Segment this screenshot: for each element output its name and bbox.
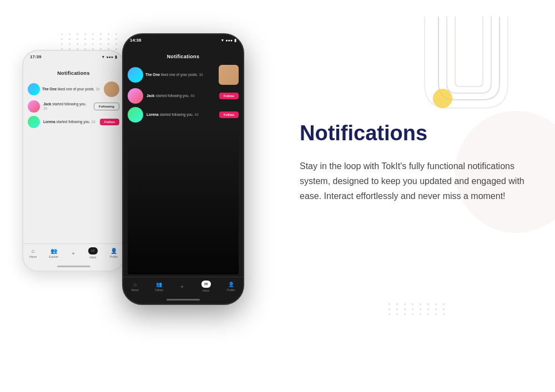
phone-header-fg: Notifications: [123, 53, 243, 63]
profile-icon-fg: 👤: [228, 282, 234, 287]
nav-home-label-bg: Home: [29, 255, 37, 258]
nav-profile-label-bg: Profile: [110, 255, 118, 258]
nav-follow-fg[interactable]: 👥 Follow: [155, 282, 163, 292]
notif-text-2-bg: Jack started following you. 2h: [43, 102, 90, 111]
profile-icon-bg: 👤: [110, 248, 117, 254]
signal-icon-bg: ●●●: [106, 55, 113, 59]
page-container: 17:39 ▾ ●●● ▮ Notifications The One like…: [0, 0, 555, 392]
avatar-theone-bg: [28, 83, 40, 95]
following-button-bg[interactable]: Following: [94, 103, 119, 110]
nav-plus-bg[interactable]: ＋: [70, 250, 76, 257]
notification-item-3-fg: Lorena started following you. 4d Follow: [128, 107, 239, 123]
nav-profile-label-fg: Profile: [227, 288, 235, 292]
notif-text-3-bg: Lorena started following you. 1d: [43, 120, 97, 124]
phone-mockup-foreground: 14:38 ▾ ●●● ▮ Notifications The One like…: [122, 33, 244, 305]
time-fg: 14:38: [130, 38, 141, 43]
nav-plus-fg[interactable]: ＋: [179, 283, 185, 291]
avatar-lorena-fg: [128, 107, 143, 123]
status-bar-fg: 14:38 ▾ ●●● ▮: [123, 34, 243, 44]
phone-header-bg: Notifications: [23, 69, 124, 79]
status-bar-bg: 17:39 ▾ ●●● ▮: [23, 51, 124, 60]
follow-button-lorena-fg[interactable]: Follow: [219, 111, 239, 118]
wifi-icon-bg: ▾: [102, 55, 104, 59]
home-indicator-fg: [167, 299, 200, 301]
explore-icon-bg: 👥: [51, 248, 57, 254]
notification-item-3-bg: Lorena started following you. 1d Follow: [28, 116, 119, 128]
nav-inbox-fg[interactable]: ✉ Inbox: [201, 281, 211, 292]
nav-home-label-fg: Home: [132, 288, 139, 292]
follow-icon-fg: 👥: [156, 282, 162, 287]
section-title: Notifications: [300, 122, 538, 145]
nav-explore-bg[interactable]: 👥 Explore: [49, 248, 58, 258]
post-thumbnail-fg: [219, 65, 239, 85]
status-icons-bg: ▾ ●●● ▮: [102, 55, 117, 59]
avatar-jack-fg: [128, 88, 143, 104]
nav-inbox-label-fg: Inbox: [203, 289, 209, 292]
arc-decoration: [411, 11, 522, 124]
avatar-lorena-bg: [28, 116, 40, 128]
nav-profile-fg[interactable]: 👤 Profile: [227, 282, 235, 292]
post-thumbnail-bg: [104, 82, 119, 97]
nav-home-fg[interactable]: ⌂ Home: [132, 282, 139, 292]
notif-text-1-fg: The One liked one of your posts. 3d: [145, 73, 216, 77]
notification-item-1-bg: The One liked one of your posts. 1h: [28, 82, 119, 97]
inbox-icon-bg: ✉: [91, 248, 95, 253]
phones-container: 17:39 ▾ ●●● ▮ Notifications The One like…: [11, 33, 272, 355]
nav-inbox-label-bg: Inbox: [89, 256, 96, 259]
notch-bg-phone: [54, 60, 93, 67]
nav-profile-bg[interactable]: 👤 Profile: [110, 248, 118, 258]
wifi-icon-fg: ▾: [221, 38, 224, 43]
follow-button-bg[interactable]: Follow: [100, 119, 119, 125]
nav-explore-label-bg: Explore: [49, 255, 58, 258]
notification-item-2-fg: Jack started following you. 4d Follow: [128, 88, 239, 104]
battery-icon-fg: ▮: [234, 38, 236, 43]
notif-text-2-fg: Jack started following you. 4d: [147, 94, 216, 98]
plus-icon-bg: ＋: [70, 250, 76, 257]
bottom-nav-fg: ⌂ Home 👥 Follow ＋ ✉ Inbox: [123, 277, 243, 297]
status-icons-fg: ▾ ●●● ▮: [221, 38, 236, 43]
phone-mockup-background: 17:39 ▾ ●●● ▮ Notifications The One like…: [22, 50, 125, 272]
yellow-circle-decoration: [433, 89, 452, 108]
phone-screen-bg: 17:39 ▾ ●●● ▮ Notifications The One like…: [23, 51, 124, 271]
notif-text-3-fg: Lorena started following you. 4d: [147, 113, 216, 117]
home-icon-bg: ⌂: [32, 248, 35, 254]
notification-item-1-fg: The One liked one of your posts. 3d: [128, 65, 239, 85]
nav-home-bg[interactable]: ⌂ Home: [29, 248, 37, 258]
home-icon-fg: ⌂: [134, 282, 137, 287]
dot-grid-bottom-right: [389, 303, 444, 348]
battery-icon-bg: ▮: [115, 55, 117, 59]
notification-item-2-bg: Jack started following you. 2h Following: [28, 100, 119, 113]
bottom-nav-bg: ⌂ Home 👥 Explore ＋ ✉ Inbox: [23, 243, 124, 263]
screen-gradient-overlay: [128, 126, 239, 274]
follow-button-jack-fg[interactable]: Follow: [219, 93, 239, 99]
nav-follow-label-fg: Follow: [155, 288, 163, 292]
signal-icon-fg: ●●●: [225, 38, 233, 42]
avatar-jack-bg: [28, 100, 40, 113]
text-content-section: Notifications Stay in the loop with TokI…: [300, 122, 538, 203]
home-indicator-bg: [57, 266, 90, 267]
notch-fg-phone: [164, 44, 203, 50]
phone-screen-fg: 14:38 ▾ ●●● ▮ Notifications The One like…: [123, 34, 243, 304]
time-bg: 17:39: [30, 54, 41, 59]
section-description: Stay in the loop with TokIt's fully func…: [300, 159, 538, 204]
notification-list-fg: The One liked one of your posts. 3d Jack…: [123, 63, 243, 277]
nav-inbox-bg[interactable]: ✉ Inbox: [88, 247, 98, 259]
notif-text-1-bg: The One liked one of your posts. 1h: [42, 87, 102, 91]
notification-list-bg: The One liked one of your posts. 1h Jack…: [23, 79, 124, 243]
plus-icon-fg: ＋: [179, 283, 185, 291]
inbox-icon-fg: ✉: [204, 282, 208, 287]
avatar-theone-fg: [128, 67, 143, 83]
